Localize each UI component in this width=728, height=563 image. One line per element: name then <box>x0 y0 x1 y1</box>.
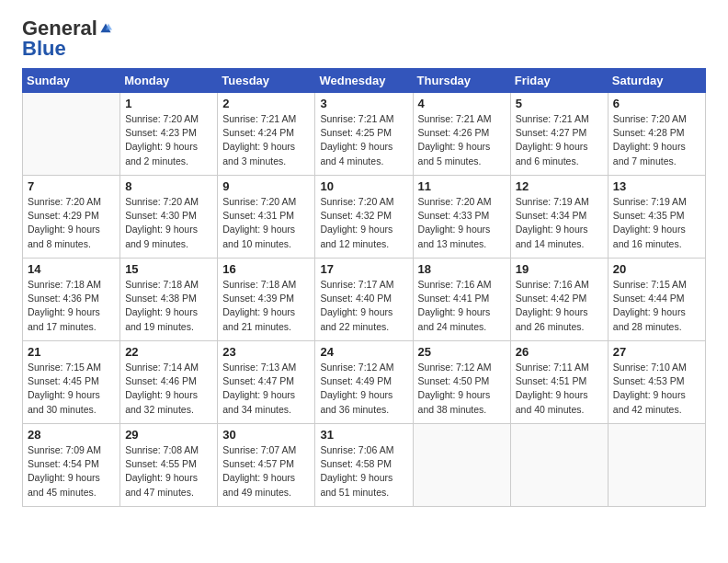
day-number: 30 <box>222 428 310 442</box>
day-number: 16 <box>222 262 310 276</box>
day-number: 4 <box>418 97 506 110</box>
day-number: 14 <box>28 262 115 276</box>
day-detail: Sunrise: 7:20 AMSunset: 4:33 PMDaylight:… <box>418 195 506 251</box>
calendar-week-row: 28Sunrise: 7:09 AMSunset: 4:54 PMDayligh… <box>23 424 706 507</box>
day-detail: Sunrise: 7:19 AMSunset: 4:34 PMDaylight:… <box>516 195 603 251</box>
calendar-cell: 25Sunrise: 7:12 AMSunset: 4:50 PMDayligh… <box>413 341 510 424</box>
day-detail: Sunrise: 7:21 AMSunset: 4:27 PMDaylight:… <box>516 112 603 168</box>
calendar-cell: 9Sunrise: 7:20 AMSunset: 4:31 PMDaylight… <box>218 176 315 259</box>
day-detail: Sunrise: 7:20 AMSunset: 4:23 PMDaylight:… <box>125 112 212 168</box>
day-number: 31 <box>320 428 407 442</box>
logo-blue-text: Blue <box>22 37 66 60</box>
day-number: 12 <box>516 179 603 193</box>
day-detail: Sunrise: 7:07 AMSunset: 4:57 PMDaylight:… <box>222 443 310 500</box>
day-number: 15 <box>125 262 212 276</box>
calendar-cell: 3Sunrise: 7:21 AMSunset: 4:25 PMDaylight… <box>315 93 413 176</box>
calendar-cell <box>413 424 510 507</box>
calendar-week-row: 14Sunrise: 7:18 AMSunset: 4:36 PMDayligh… <box>23 259 706 341</box>
logo: General Blue <box>22 18 112 59</box>
day-number: 17 <box>320 262 407 276</box>
calendar-cell: 19Sunrise: 7:16 AMSunset: 4:42 PMDayligh… <box>510 259 608 341</box>
day-number: 2 <box>222 97 310 110</box>
calendar-cell: 23Sunrise: 7:13 AMSunset: 4:47 PMDayligh… <box>218 341 315 424</box>
calendar-cell: 14Sunrise: 7:18 AMSunset: 4:36 PMDayligh… <box>23 259 120 341</box>
weekday-header: Friday <box>510 69 608 93</box>
calendar-cell: 1Sunrise: 7:20 AMSunset: 4:23 PMDaylight… <box>120 93 218 176</box>
day-detail: Sunrise: 7:20 AMSunset: 4:31 PMDaylight:… <box>222 195 310 251</box>
calendar-cell <box>510 424 608 507</box>
day-number: 9 <box>222 179 310 193</box>
calendar-week-row: 7Sunrise: 7:20 AMSunset: 4:29 PMDaylight… <box>23 176 706 259</box>
calendar-cell: 15Sunrise: 7:18 AMSunset: 4:38 PMDayligh… <box>120 259 218 341</box>
day-detail: Sunrise: 7:11 AMSunset: 4:51 PMDaylight:… <box>516 361 603 417</box>
calendar-cell: 26Sunrise: 7:11 AMSunset: 4:51 PMDayligh… <box>510 341 608 424</box>
day-detail: Sunrise: 7:10 AMSunset: 4:53 PMDaylight:… <box>613 361 700 417</box>
calendar-cell: 2Sunrise: 7:21 AMSunset: 4:24 PMDaylight… <box>218 93 315 176</box>
day-number: 18 <box>418 262 506 276</box>
day-number: 11 <box>418 179 506 193</box>
day-detail: Sunrise: 7:20 AMSunset: 4:28 PMDaylight:… <box>613 112 700 168</box>
day-detail: Sunrise: 7:13 AMSunset: 4:47 PMDaylight:… <box>222 361 310 417</box>
calendar-cell: 8Sunrise: 7:20 AMSunset: 4:30 PMDaylight… <box>120 176 218 259</box>
day-number: 13 <box>613 179 700 193</box>
day-detail: Sunrise: 7:14 AMSunset: 4:46 PMDaylight:… <box>125 361 212 417</box>
calendar-cell: 28Sunrise: 7:09 AMSunset: 4:54 PMDayligh… <box>23 424 120 507</box>
day-detail: Sunrise: 7:06 AMSunset: 4:58 PMDaylight:… <box>320 443 407 500</box>
day-detail: Sunrise: 7:20 AMSunset: 4:29 PMDaylight:… <box>28 195 115 251</box>
calendar-cell: 18Sunrise: 7:16 AMSunset: 4:41 PMDayligh… <box>413 259 510 341</box>
day-number: 10 <box>320 179 407 193</box>
day-number: 6 <box>613 97 700 110</box>
day-detail: Sunrise: 7:18 AMSunset: 4:36 PMDaylight:… <box>28 278 115 334</box>
weekday-header: Saturday <box>608 69 705 93</box>
day-number: 29 <box>125 428 212 442</box>
calendar-cell: 5Sunrise: 7:21 AMSunset: 4:27 PMDaylight… <box>510 93 608 176</box>
day-detail: Sunrise: 7:18 AMSunset: 4:38 PMDaylight:… <box>125 278 212 334</box>
calendar-cell <box>23 93 120 176</box>
calendar-cell: 17Sunrise: 7:17 AMSunset: 4:40 PMDayligh… <box>315 259 413 341</box>
calendar-cell: 16Sunrise: 7:18 AMSunset: 4:39 PMDayligh… <box>218 259 315 341</box>
day-number: 24 <box>320 345 407 359</box>
day-number: 8 <box>125 179 212 193</box>
day-detail: Sunrise: 7:12 AMSunset: 4:50 PMDaylight:… <box>418 361 506 417</box>
day-detail: Sunrise: 7:21 AMSunset: 4:25 PMDaylight:… <box>320 112 407 168</box>
calendar-cell: 21Sunrise: 7:15 AMSunset: 4:45 PMDayligh… <box>23 341 120 424</box>
calendar-cell: 4Sunrise: 7:21 AMSunset: 4:26 PMDaylight… <box>413 93 510 176</box>
calendar-cell: 11Sunrise: 7:20 AMSunset: 4:33 PMDayligh… <box>413 176 510 259</box>
calendar-cell <box>608 424 705 507</box>
calendar-cell: 13Sunrise: 7:19 AMSunset: 4:35 PMDayligh… <box>608 176 705 259</box>
day-number: 3 <box>320 97 407 110</box>
day-detail: Sunrise: 7:15 AMSunset: 4:45 PMDaylight:… <box>28 361 115 417</box>
day-number: 21 <box>28 345 115 359</box>
calendar-week-row: 21Sunrise: 7:15 AMSunset: 4:45 PMDayligh… <box>23 341 706 424</box>
day-number: 26 <box>516 345 603 359</box>
calendar-cell: 6Sunrise: 7:20 AMSunset: 4:28 PMDaylight… <box>608 93 705 176</box>
day-detail: Sunrise: 7:16 AMSunset: 4:41 PMDaylight:… <box>418 278 506 334</box>
calendar-cell: 22Sunrise: 7:14 AMSunset: 4:46 PMDayligh… <box>120 341 218 424</box>
calendar-cell: 7Sunrise: 7:20 AMSunset: 4:29 PMDaylight… <box>23 176 120 259</box>
page-header: General Blue <box>22 18 706 59</box>
day-detail: Sunrise: 7:19 AMSunset: 4:35 PMDaylight:… <box>613 195 700 251</box>
calendar-cell: 27Sunrise: 7:10 AMSunset: 4:53 PMDayligh… <box>608 341 705 424</box>
day-number: 5 <box>516 97 603 110</box>
weekday-header: Wednesday <box>315 69 413 93</box>
calendar-cell: 29Sunrise: 7:08 AMSunset: 4:55 PMDayligh… <box>120 424 218 507</box>
calendar-cell: 20Sunrise: 7:15 AMSunset: 4:44 PMDayligh… <box>608 259 705 341</box>
day-number: 20 <box>613 262 700 276</box>
day-number: 1 <box>125 97 212 110</box>
calendar-table: SundayMondayTuesdayWednesdayThursdayFrid… <box>22 68 706 507</box>
weekday-header: Monday <box>120 69 218 93</box>
calendar-week-row: 1Sunrise: 7:20 AMSunset: 4:23 PMDaylight… <box>23 93 706 176</box>
day-detail: Sunrise: 7:15 AMSunset: 4:44 PMDaylight:… <box>613 278 700 334</box>
day-number: 19 <box>516 262 603 276</box>
calendar-cell: 24Sunrise: 7:12 AMSunset: 4:49 PMDayligh… <box>315 341 413 424</box>
day-number: 28 <box>28 428 115 442</box>
day-number: 27 <box>613 345 700 359</box>
logo-general-text: General <box>22 18 97 39</box>
calendar-cell: 30Sunrise: 7:07 AMSunset: 4:57 PMDayligh… <box>218 424 315 507</box>
day-detail: Sunrise: 7:12 AMSunset: 4:49 PMDaylight:… <box>320 361 407 417</box>
day-detail: Sunrise: 7:21 AMSunset: 4:24 PMDaylight:… <box>222 112 310 168</box>
day-detail: Sunrise: 7:17 AMSunset: 4:40 PMDaylight:… <box>320 278 407 334</box>
day-number: 7 <box>28 179 115 193</box>
day-number: 25 <box>418 345 506 359</box>
weekday-header: Tuesday <box>218 69 315 93</box>
